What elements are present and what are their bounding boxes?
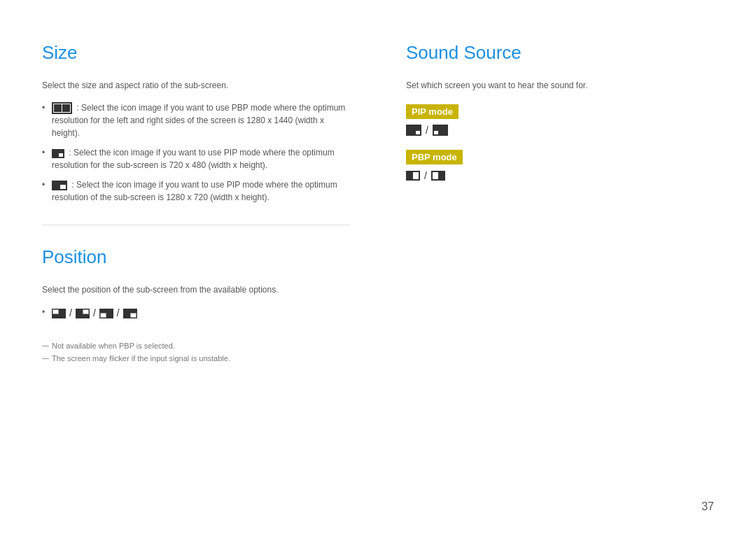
footnote-2: The screen may flicker if the input sign… — [42, 354, 350, 363]
pbp-mode-badge: PBP mode — [406, 150, 463, 164]
size-description: Select the size and aspect ratio of the … — [42, 79, 350, 92]
size-bullet-pip-large: : Select the icon image if you want to u… — [42, 178, 350, 204]
pip-mode-block: PIP mode / — [406, 104, 714, 136]
position-section: Position Select the position of the sub-… — [42, 246, 350, 363]
size-bullet-pbp: : Select the icon image if you want to u… — [42, 101, 350, 139]
position-bullet-list: / / / — [42, 306, 350, 321]
page-number: 37 — [701, 500, 714, 513]
pip-sound-icon-left — [406, 125, 421, 136]
size-bullet-pip-small: : Select the icon image if you want to u… — [42, 146, 350, 171]
position-icon-bottomleft — [99, 309, 113, 318]
sound-source-description: Set which screen you want to hear the so… — [406, 79, 714, 92]
pip-sound-icon-right — [433, 125, 448, 136]
footnote-1: Not available when PBP is selected. — [42, 342, 350, 350]
pbp-mode-block: PBP mode / — [406, 150, 714, 181]
pbp-sound-icons: / — [406, 170, 714, 181]
pbp-sound-icon-right — [431, 171, 445, 181]
right-column: Sound Source Set which screen you want t… — [378, 42, 714, 506]
size-bullet-pip-large-text: : Select the icon image if you want to u… — [52, 180, 337, 202]
size-bullet-pbp-text: : Select the icon image if you want to u… — [52, 103, 345, 138]
position-icon-topleft — [52, 309, 66, 318]
pbp-sound-icon-left — [406, 171, 420, 181]
position-description: Select the position of the sub-screen fr… — [42, 283, 350, 296]
pip-mode-badge: PIP mode — [406, 104, 458, 119]
sound-source-section: Sound Source Set which screen you want t… — [406, 42, 714, 181]
pbp-equal-icon — [52, 102, 72, 114]
position-icon-bottomright — [123, 309, 137, 318]
divider — [42, 225, 350, 225]
position-icon-topright — [76, 309, 90, 318]
position-icons-bullet: / / / — [42, 306, 350, 321]
pip-sound-icons: / — [406, 125, 714, 136]
pip-small-icon — [52, 149, 64, 158]
pip-large-icon — [52, 181, 67, 190]
size-bullet-list: : Select the icon image if you want to u… — [42, 101, 350, 204]
size-bullet-pip-small-text: : Select the icon image if you want to u… — [52, 148, 335, 170]
left-column: Size Select the size and aspect ratio of… — [42, 42, 378, 506]
position-icons-row: / / / — [52, 306, 350, 321]
size-section: Size Select the size and aspect ratio of… — [42, 42, 350, 204]
sound-source-title: Sound Source — [406, 42, 714, 64]
size-title: Size — [42, 42, 350, 64]
position-title: Position — [42, 246, 350, 268]
